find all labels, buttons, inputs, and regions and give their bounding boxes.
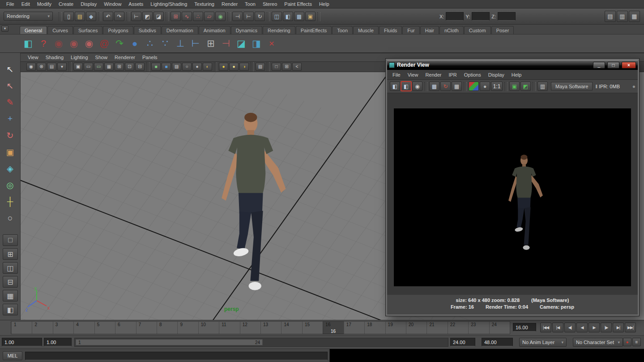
step-back-frame-button[interactable]: |◀ bbox=[552, 323, 563, 332]
select-component-icon[interactable]: ◪ bbox=[154, 12, 164, 21]
timeline-tick[interactable]: 4 bbox=[73, 322, 94, 334]
ipr-render-icon[interactable]: ▩ bbox=[294, 12, 304, 21]
vp-fill-mode-icon[interactable]: ■ bbox=[151, 63, 161, 71]
render-view-menu-item[interactable]: File bbox=[389, 71, 404, 78]
vp-smooth-shade-icon[interactable]: ● bbox=[192, 63, 202, 71]
output-connections-icon[interactable]: ⊢ bbox=[243, 12, 254, 21]
animation-end-field[interactable] bbox=[482, 338, 513, 346]
shelf-tab-rendering[interactable]: Rendering bbox=[263, 26, 295, 34]
timeline-tick[interactable]: 8 bbox=[157, 322, 177, 334]
shelf-tab-ncloth[interactable]: nCloth bbox=[439, 26, 464, 34]
shelf-tab-custom[interactable]: Custom bbox=[464, 26, 491, 34]
vp-image-plane-icon[interactable]: ▣ bbox=[73, 63, 83, 71]
shelf-tab-painteffects[interactable]: PaintEffects bbox=[296, 26, 332, 34]
main-menu-item[interactable]: Paint Effects bbox=[281, 0, 316, 8]
rv-alpha-channel-icon[interactable]: ● bbox=[480, 82, 490, 91]
vp-field-chart-icon[interactable]: ⊞ bbox=[115, 63, 124, 71]
playback-range-bar[interactable]: 1 24 bbox=[76, 339, 263, 345]
main-menu-item[interactable]: Assets bbox=[125, 0, 147, 8]
minimize-button[interactable]: _ bbox=[593, 62, 605, 69]
attribute-editor-toggle-icon[interactable]: ▤ bbox=[605, 11, 616, 22]
vp-camera-attributes-icon[interactable]: ▤ bbox=[47, 63, 56, 71]
animation-preferences-icon[interactable]: ≡ bbox=[632, 338, 641, 346]
layout-two-pane-icon[interactable]: ◫ bbox=[3, 262, 18, 274]
shelf-tab-surfaces[interactable]: Surfaces bbox=[73, 26, 102, 34]
render-view-canvas[interactable] bbox=[387, 93, 638, 295]
shelf-camera-aim-icon[interactable]: ◉ bbox=[66, 36, 81, 51]
main-menu-item[interactable]: Create bbox=[55, 0, 77, 8]
select-tool-icon[interactable]: ↖ bbox=[3, 62, 18, 76]
shelf-sphere-icon[interactable]: ● bbox=[127, 36, 142, 51]
shelf-camera-icon[interactable]: ◉ bbox=[51, 36, 66, 51]
vp-xray-icon[interactable]: ▨ bbox=[172, 63, 181, 71]
channel-box-toggle-icon[interactable]: ▦ bbox=[629, 11, 640, 22]
timeline-tick[interactable]: 15 bbox=[302, 322, 323, 334]
rv-snapshot-icon[interactable]: ◉ bbox=[412, 82, 422, 91]
layout-outliner-pane-icon[interactable]: ◧ bbox=[3, 304, 18, 315]
shelf-tab-polygons[interactable]: Polygons bbox=[103, 26, 133, 34]
soft-modification-icon[interactable]: ◎ bbox=[3, 178, 18, 192]
rv-rgb-channels-icon[interactable] bbox=[469, 82, 479, 91]
shelf-tab-muscle[interactable]: Muscle bbox=[353, 26, 379, 34]
vp-wireframe-icon[interactable]: ○ bbox=[182, 63, 192, 71]
shelf-tab-dynamics[interactable]: Dynamics bbox=[231, 26, 262, 34]
vp-single-pane-icon[interactable]: □ bbox=[272, 63, 281, 71]
shelf-tabs-toggle-icon[interactable]: ▾ bbox=[1, 26, 9, 32]
main-menu-item[interactable]: Texturing bbox=[191, 0, 218, 8]
rv-exposure-icon[interactable]: ◩ bbox=[520, 82, 531, 91]
render-current-frame-icon[interactable]: ◧ bbox=[283, 12, 293, 21]
construction-history-icon[interactable]: ↻ bbox=[255, 12, 265, 21]
timeline-tick[interactable]: 23 bbox=[468, 322, 489, 334]
renderer-selector[interactable]: Maya Software bbox=[551, 82, 593, 90]
shelf-tab-curves[interactable]: Curves bbox=[47, 26, 73, 34]
main-menu-item[interactable]: Lighting/Shading bbox=[147, 0, 191, 8]
shelf-set-key-icon[interactable]: ⊣ bbox=[218, 36, 234, 51]
lasso-select-tool-icon[interactable]: ↖ bbox=[3, 78, 18, 93]
shelf-particle-icon[interactable]: ∴ bbox=[142, 36, 158, 51]
save-scene-icon[interactable]: ◆ bbox=[86, 12, 96, 21]
layout-single-pane-icon[interactable]: □ bbox=[3, 234, 18, 246]
auto-keyframe-icon[interactable]: ● bbox=[623, 338, 631, 346]
timeline-tick[interactable]: 24 bbox=[489, 322, 510, 334]
viewport-menu-item[interactable]: Renderer bbox=[111, 54, 139, 61]
layout-stacked-pane-icon[interactable]: ⊟ bbox=[3, 276, 18, 288]
vp-safe-action-icon[interactable]: ⊡ bbox=[125, 63, 134, 71]
rv-render-icon[interactable]: ◧ bbox=[390, 82, 400, 91]
playback-end-field[interactable] bbox=[450, 338, 475, 346]
playback-start-field[interactable] bbox=[2, 338, 42, 346]
vp-texture-mode-icon[interactable]: ■ bbox=[162, 63, 171, 71]
go-to-start-button[interactable]: |◀◀ bbox=[540, 323, 551, 332]
pause-ipr-icon[interactable]: ‖ bbox=[595, 84, 597, 89]
play-forwards-button[interactable]: ▶ bbox=[589, 323, 600, 332]
open-render-view-icon[interactable]: ◫ bbox=[272, 12, 282, 21]
vp-film-gate-icon[interactable]: ▭ bbox=[84, 63, 93, 71]
vp-shadows-icon[interactable]: ◑ bbox=[239, 63, 249, 71]
main-menu-item[interactable]: Window bbox=[100, 0, 125, 8]
shelf-tab-fluids[interactable]: Fluids bbox=[379, 26, 402, 34]
main-menu-item[interactable]: Edit bbox=[18, 0, 34, 8]
step-back-key-button[interactable]: ◀| bbox=[564, 323, 576, 332]
main-menu-item[interactable]: Display bbox=[77, 0, 100, 8]
rv-one-to-one-button[interactable]: 1:1 bbox=[491, 82, 503, 91]
viewport-menu-item[interactable]: Panels bbox=[139, 54, 161, 61]
shelf-dependency-graph-icon[interactable]: ⊢ bbox=[188, 36, 203, 51]
rv-render-region-icon[interactable]: ◧ bbox=[401, 82, 411, 91]
rv-fit-region-icon[interactable]: ▣ bbox=[509, 82, 520, 91]
menu-set-selector[interactable]: Rendering ▾ bbox=[4, 12, 53, 21]
timeline-tick[interactable]: 5 bbox=[94, 322, 115, 334]
mel-toggle-button[interactable]: MEL bbox=[3, 351, 22, 360]
select-hierarchy-icon[interactable]: ⊢ bbox=[131, 12, 141, 21]
render-view-menu-item[interactable]: Display bbox=[485, 71, 508, 78]
last-tool-icon[interactable]: ○ bbox=[3, 211, 18, 225]
snap-to-plane-icon[interactable]: ▱ bbox=[204, 12, 214, 21]
shelf-container-icon[interactable]: ◪ bbox=[234, 36, 249, 51]
step-forward-frame-button[interactable]: ▶| bbox=[613, 323, 624, 332]
make-live-icon[interactable]: ◉ bbox=[215, 12, 226, 21]
layout-four-pane-icon[interactable]: ⊞ bbox=[3, 248, 18, 260]
layout-three-pane-icon[interactable]: ▦ bbox=[3, 290, 18, 302]
timeline-tick[interactable]: 10 bbox=[198, 322, 219, 334]
vp-isolate-select-icon[interactable]: ▧ bbox=[256, 63, 265, 71]
rv-refresh-icon[interactable]: ↻ bbox=[440, 82, 451, 91]
x-input[interactable] bbox=[446, 12, 464, 21]
main-menu-item[interactable]: Render bbox=[218, 0, 241, 8]
